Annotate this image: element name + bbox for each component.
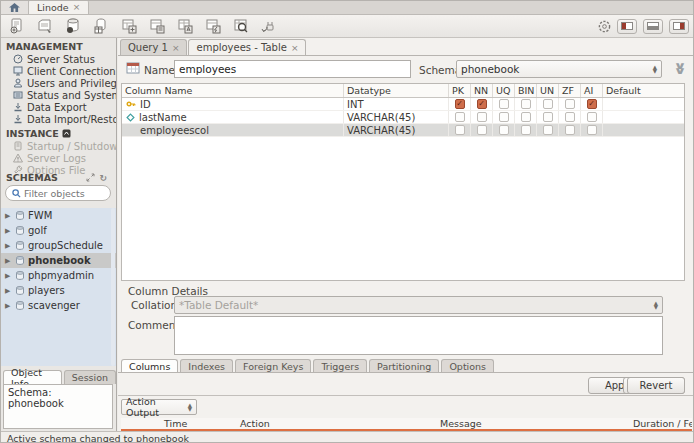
bin-checkbox[interactable] bbox=[521, 125, 531, 135]
close-icon[interactable]: × bbox=[291, 43, 299, 53]
management-section-title: MANAGEMENT bbox=[1, 41, 116, 52]
sidebar-item-startup-shutdown[interactable]: Startup / Shutdown bbox=[1, 140, 116, 152]
expand-arrow-icon[interactable]: ▶ bbox=[5, 257, 12, 265]
schema-icon bbox=[15, 211, 25, 220]
output-selector[interactable]: Action Output ▲▼ bbox=[121, 399, 197, 415]
column-icon bbox=[126, 113, 135, 122]
table-name-input[interactable] bbox=[174, 60, 411, 78]
column-row-lastname[interactable]: lastName VARCHAR(45) bbox=[122, 111, 684, 124]
subtab-indexes[interactable]: Indexes bbox=[180, 359, 233, 373]
pk-checkbox[interactable] bbox=[455, 125, 465, 135]
bin-checkbox[interactable] bbox=[521, 112, 531, 122]
tab-employees-table[interactable]: employees - Table × bbox=[188, 39, 306, 55]
ai-checkbox[interactable] bbox=[587, 125, 597, 135]
sidebar-item-server-status[interactable]: Server Status bbox=[1, 53, 116, 65]
schema-item-groupschedule[interactable]: ▶ groupSchedule bbox=[1, 238, 116, 253]
subtab-foreign-keys[interactable]: Foreign Keys bbox=[235, 359, 311, 373]
schema-filter-input[interactable] bbox=[24, 188, 104, 199]
schema-item-golf[interactable]: ▶ golf bbox=[1, 223, 116, 238]
schema-item-phonebook[interactable]: ▶ phonebook bbox=[1, 253, 116, 268]
create-table-icon[interactable] bbox=[91, 18, 110, 35]
activity-indicator-icon bbox=[598, 20, 611, 33]
new-sql-tab-icon[interactable] bbox=[7, 18, 26, 35]
editor-subtabs: Columns Indexes Foreign Keys Triggers Pa… bbox=[121, 358, 494, 373]
schema-icon bbox=[15, 241, 25, 250]
expand-arrow-icon[interactable]: ▶ bbox=[5, 212, 12, 220]
column-row-id[interactable]: ID INT bbox=[122, 98, 684, 111]
create-procedure-icon[interactable] bbox=[147, 18, 166, 35]
schema-item-fwm[interactable]: ▶ FWM bbox=[1, 208, 116, 223]
collation-select[interactable]: *Table Default* ▲▼ bbox=[174, 296, 663, 314]
sidebar-item-data-export[interactable]: Data Export bbox=[1, 101, 116, 113]
un-checkbox[interactable] bbox=[543, 112, 553, 122]
ai-checkbox[interactable] bbox=[587, 112, 597, 122]
expand-arrow-icon[interactable]: ▶ bbox=[5, 227, 12, 235]
tab-query-1[interactable]: Query 1 × bbox=[120, 39, 187, 55]
uq-checkbox[interactable] bbox=[499, 125, 509, 135]
ai-checkbox[interactable] bbox=[587, 99, 597, 109]
subtab-partitioning[interactable]: Partitioning bbox=[369, 359, 439, 373]
create-function-icon[interactable] bbox=[175, 18, 194, 35]
connection-tab-linode[interactable]: Linode × bbox=[29, 0, 89, 14]
sidebar-item-client-connections[interactable]: Client Connections bbox=[1, 65, 116, 77]
schema-item-players[interactable]: ▶ players bbox=[1, 283, 116, 298]
toggle-left-panel-icon[interactable] bbox=[617, 19, 637, 34]
instance-actions-icon[interactable] bbox=[62, 129, 71, 138]
collapse-editor-button[interactable]: ∨ ∨ bbox=[669, 59, 691, 77]
zf-checkbox[interactable] bbox=[565, 125, 575, 135]
create-trigger-icon[interactable] bbox=[203, 18, 222, 35]
expand-arrow-icon[interactable]: ▶ bbox=[5, 272, 12, 280]
toggle-right-panel-icon[interactable] bbox=[669, 19, 689, 34]
sidebar-item-status-system-variables[interactable]: Status and System Variables bbox=[1, 89, 116, 101]
open-sql-script-icon[interactable] bbox=[35, 18, 54, 35]
toggle-bottom-panel-icon[interactable] bbox=[643, 19, 663, 34]
close-icon[interactable]: × bbox=[172, 43, 180, 53]
schema-filter[interactable] bbox=[5, 185, 111, 201]
reconnect-dbms-icon[interactable] bbox=[259, 18, 278, 35]
create-schema-icon[interactable] bbox=[63, 18, 82, 35]
grid-scrollbar[interactable] bbox=[686, 83, 692, 281]
nn-checkbox[interactable] bbox=[477, 112, 487, 122]
create-view-icon[interactable] bbox=[119, 18, 138, 35]
comment-textarea[interactable] bbox=[174, 316, 663, 355]
uq-checkbox[interactable] bbox=[499, 99, 509, 109]
schema-select[interactable]: phonebook ▲▼ bbox=[456, 60, 662, 78]
schema-item-scavenger[interactable]: ▶ scavenger bbox=[1, 298, 116, 313]
gauge-icon bbox=[13, 54, 23, 64]
tab-session[interactable]: Session bbox=[64, 370, 116, 384]
schema-refresh-icon[interactable]: ↻ bbox=[99, 173, 107, 183]
schema-icon bbox=[15, 301, 25, 310]
schema-expand-icon[interactable] bbox=[86, 173, 95, 183]
user-icon bbox=[13, 78, 23, 88]
column-row-employeescol[interactable]: employeescol VARCHAR(45) bbox=[122, 124, 684, 137]
revert-button[interactable]: Revert bbox=[627, 377, 685, 394]
schema-item-phpmyadmin[interactable]: ▶ phpmyadmin bbox=[1, 268, 116, 283]
uq-checkbox[interactable] bbox=[499, 112, 509, 122]
sidebar-item-server-logs[interactable]: Server Logs bbox=[1, 152, 116, 164]
subtab-options[interactable]: Options bbox=[441, 359, 494, 373]
un-checkbox[interactable] bbox=[543, 125, 553, 135]
zf-checkbox[interactable] bbox=[565, 112, 575, 122]
home-icon bbox=[9, 3, 20, 12]
nn-checkbox[interactable] bbox=[477, 125, 487, 135]
sidebar-item-data-import[interactable]: Data Import/Restore bbox=[1, 113, 116, 125]
close-icon[interactable]: × bbox=[73, 2, 81, 12]
search-icon bbox=[12, 189, 21, 198]
expand-arrow-icon[interactable]: ▶ bbox=[5, 287, 12, 295]
schema-list-scrollbar[interactable] bbox=[111, 208, 115, 366]
pk-checkbox[interactable] bbox=[455, 99, 465, 109]
subtab-triggers[interactable]: Triggers bbox=[313, 359, 367, 373]
bin-checkbox[interactable] bbox=[521, 99, 531, 109]
expand-arrow-icon[interactable]: ▶ bbox=[5, 302, 12, 310]
pk-checkbox[interactable] bbox=[455, 112, 465, 122]
subtab-columns[interactable]: Columns bbox=[121, 359, 178, 373]
nn-checkbox[interactable] bbox=[477, 99, 487, 109]
search-table-data-icon[interactable] bbox=[231, 18, 250, 35]
zf-checkbox[interactable] bbox=[565, 99, 575, 109]
home-tab[interactable] bbox=[1, 0, 29, 14]
schema-list: ▶ FWM ▶ golf ▶ groupSchedule ▶ phonebook… bbox=[1, 208, 116, 366]
un-checkbox[interactable] bbox=[543, 99, 553, 109]
expand-arrow-icon[interactable]: ▶ bbox=[5, 242, 12, 250]
sidebar-item-users-privileges[interactable]: Users and Privileges bbox=[1, 77, 116, 89]
tab-object-info[interactable]: Object Info bbox=[3, 370, 62, 384]
